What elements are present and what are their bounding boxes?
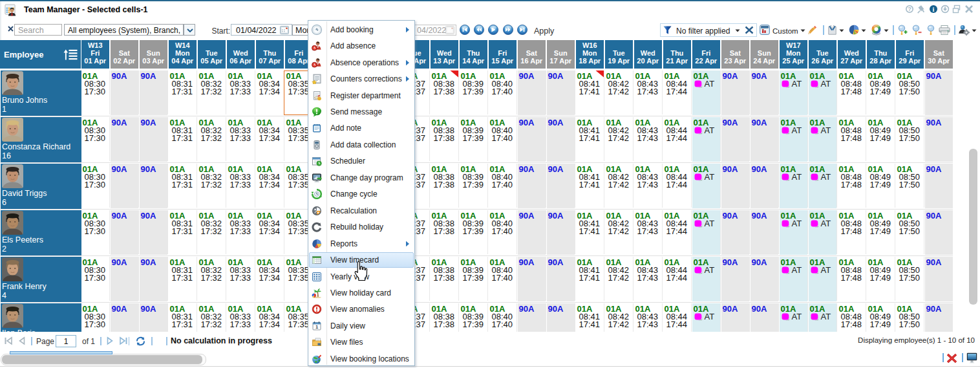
svg-text:i: i (933, 6, 935, 13)
svg-text:1: 1 (315, 324, 318, 330)
svg-text:?: ? (908, 6, 911, 12)
